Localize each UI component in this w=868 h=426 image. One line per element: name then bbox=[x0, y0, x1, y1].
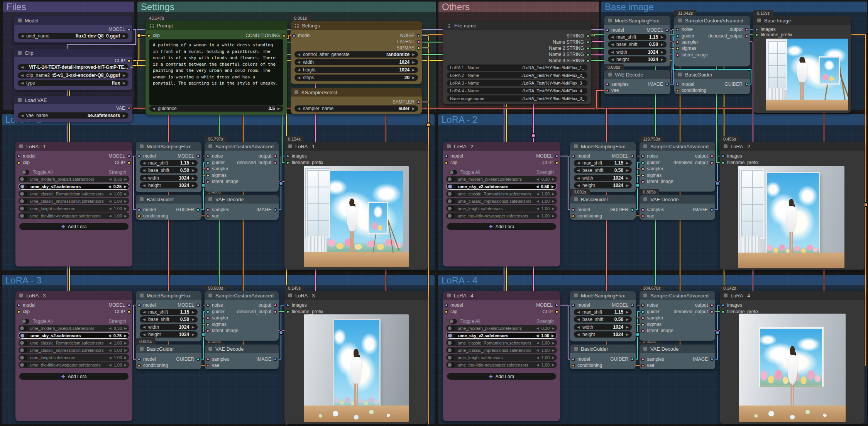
decrement-arrow-icon[interactable]: ◀ bbox=[143, 176, 146, 180]
output-slot-conditioning[interactable]: CONDITIONING bbox=[245, 32, 286, 39]
lora-row-ume_knight.safetensors[interactable]: ume_knight.safetensors◀1.00▶ bbox=[446, 354, 557, 361]
lora-row-ume_classic_Romanticism.safetensors[interactable]: ume_classic_Romanticism.safetensors◀1.00… bbox=[446, 339, 557, 346]
collapse-box-icon[interactable] bbox=[18, 19, 22, 22]
output-slot-model[interactable]: MODEL bbox=[612, 153, 634, 159]
output-slot-name-2-string[interactable]: Name 2 STRING bbox=[549, 45, 590, 51]
output-slot-string[interactable]: STRING bbox=[567, 33, 590, 39]
output-dot[interactable] bbox=[710, 208, 714, 212]
output-dot[interactable] bbox=[586, 34, 590, 38]
decrement-arrow-icon[interactable]: ◀ bbox=[611, 58, 614, 61]
increment-arrow-icon[interactable]: ▶ bbox=[552, 177, 555, 181]
decrement-arrow-icon[interactable]: ◀ bbox=[536, 326, 539, 330]
collapse-box-icon[interactable] bbox=[447, 144, 451, 148]
node-save-1[interactable]: 0.154sLoRA - 1imagesfilename_prefix bbox=[284, 142, 428, 270]
toggle-all-switch-icon[interactable] bbox=[22, 319, 29, 324]
output-dot[interactable] bbox=[282, 34, 286, 37]
input-slot-conditioning[interactable]: conditioning bbox=[137, 213, 168, 219]
output-slot-model[interactable]: MODEL bbox=[178, 153, 200, 159]
output-dot[interactable] bbox=[665, 83, 669, 86]
node-title-bar[interactable]: BasicGuider bbox=[674, 70, 750, 79]
node-title-bar[interactable]: LoRA - 3 bbox=[15, 291, 132, 300]
input-slot-sampler[interactable]: sampler bbox=[676, 39, 698, 45]
increment-arrow-icon[interactable]: ▶ bbox=[124, 356, 127, 360]
input-dot[interactable] bbox=[721, 154, 725, 158]
node-title-bar[interactable]: ModelSamplingFlux bbox=[570, 142, 636, 151]
increment-arrow-icon[interactable]: ▶ bbox=[277, 107, 280, 110]
lora-row-ume_modern_pixelart.safetensors[interactable]: ume_modern_pixelart.safetensors◀0.30▶ bbox=[446, 176, 557, 182]
output-dot[interactable] bbox=[631, 208, 634, 212]
output-slot-output[interactable]: output bbox=[259, 153, 277, 159]
collapse-box-icon[interactable] bbox=[643, 347, 647, 351]
increment-arrow-icon[interactable]: ▶ bbox=[626, 333, 629, 336]
output-slot-output[interactable]: output bbox=[730, 26, 748, 32]
input-dot[interactable] bbox=[17, 154, 20, 158]
input-dot[interactable] bbox=[206, 180, 210, 183]
widget-max_shift[interactable]: ◀max_shift1.15▶ bbox=[608, 34, 667, 40]
input-slot-model[interactable]: model bbox=[676, 81, 694, 87]
lora-row-ume_knight.safetensors[interactable]: ume_knight.safetensors◀1.00▶ bbox=[446, 205, 557, 212]
node-prompt[interactable]: 43.147sPromptclipCONDITIONINGA painting … bbox=[146, 21, 287, 115]
input-dot[interactable] bbox=[206, 310, 210, 314]
input-slot-conditioning[interactable]: conditioning bbox=[572, 362, 602, 368]
input-slot-clip[interactable]: clip bbox=[17, 309, 30, 315]
input-slot-sampler[interactable]: sampler bbox=[206, 166, 228, 172]
increment-arrow-icon[interactable]: ▶ bbox=[552, 341, 555, 345]
increment-arrow-icon[interactable]: ▶ bbox=[124, 341, 127, 345]
collapse-box-icon[interactable] bbox=[19, 144, 23, 148]
input-slot-vae[interactable]: vae bbox=[641, 362, 654, 368]
output-slot-model[interactable]: MODEL bbox=[108, 26, 131, 32]
output-slot-denoised_output[interactable]: denoised_output bbox=[673, 309, 714, 315]
input-dot[interactable] bbox=[676, 28, 679, 31]
input-slot-images[interactable]: images bbox=[286, 153, 307, 159]
input-slot-vae[interactable]: vae bbox=[206, 362, 219, 368]
decrement-arrow-icon[interactable]: ◀ bbox=[109, 363, 112, 367]
output-dot[interactable] bbox=[710, 154, 714, 158]
decrement-arrow-icon[interactable]: ◀ bbox=[536, 199, 539, 203]
increment-arrow-icon[interactable]: ▶ bbox=[412, 68, 415, 72]
output-slot-sampler[interactable]: SAMPLER bbox=[393, 99, 420, 105]
lora-row-ume_classic_impressionist.safetensors[interactable]: ume_classic_impressionist.safetensors◀1.… bbox=[446, 198, 557, 204]
node-title-bar[interactable]: LoRA - 2 bbox=[443, 142, 560, 151]
increment-arrow-icon[interactable]: ▶ bbox=[124, 177, 127, 181]
increment-arrow-icon[interactable]: ▶ bbox=[192, 176, 195, 180]
collapse-box-icon[interactable] bbox=[678, 19, 682, 22]
input-dot[interactable] bbox=[676, 41, 679, 44]
node-vae-decode-4[interactable]: 2.005sVAE DecodesamplesIMAGEvae bbox=[640, 345, 715, 369]
output-slot-model[interactable]: MODEL bbox=[536, 302, 558, 308]
widget-guidance[interactable]: ◀guidance3.5▶ bbox=[149, 105, 283, 112]
input-slot-images[interactable]: images bbox=[721, 302, 742, 308]
output-dot[interactable] bbox=[710, 310, 714, 314]
decrement-arrow-icon[interactable]: ◀ bbox=[109, 207, 112, 210]
decrement-arrow-icon[interactable]: ◀ bbox=[577, 176, 580, 180]
node-title-bar[interactable]: File name bbox=[443, 21, 591, 30]
node-lora-3[interactable]: LoRA - 3modelMODELclipCLIPToggle AllStre… bbox=[15, 291, 132, 421]
decrement-arrow-icon[interactable]: ◀ bbox=[21, 114, 24, 117]
node-title-bar[interactable]: Clip bbox=[14, 49, 132, 57]
input-slot-model[interactable]: model bbox=[445, 302, 463, 308]
collapse-box-icon[interactable] bbox=[208, 144, 212, 148]
increment-arrow-icon[interactable]: ▶ bbox=[626, 183, 629, 187]
node-title-bar[interactable]: Prompt bbox=[146, 21, 287, 30]
node-title-bar[interactable]: ModelSamplingFlux bbox=[570, 291, 636, 300]
collapse-box-icon[interactable] bbox=[643, 144, 647, 148]
output-slot-model[interactable]: MODEL bbox=[646, 27, 669, 33]
input-slot-model[interactable]: model bbox=[137, 302, 156, 308]
dot-grid-icon[interactable] bbox=[447, 24, 451, 28]
input-dot[interactable] bbox=[137, 358, 141, 361]
node-msf-3[interactable]: ModelSamplingFluxmodelMODEL◀max_shift1.1… bbox=[136, 291, 201, 341]
toggle-all-row[interactable]: Toggle AllStrength bbox=[22, 169, 126, 175]
node-msf-4[interactable]: ModelSamplingFluxmodelMODEL◀max_shift1.1… bbox=[570, 291, 636, 341]
input-slot-sigmas[interactable]: sigmas bbox=[641, 172, 662, 178]
output-dot[interactable] bbox=[127, 304, 131, 307]
input-slot-latent_image[interactable]: latent_image bbox=[641, 328, 673, 334]
input-dot[interactable] bbox=[17, 310, 20, 314]
output-slot-clip[interactable]: CLIP bbox=[115, 160, 131, 166]
input-dot[interactable] bbox=[206, 167, 210, 171]
lora-row-ume_the-little-newspaper.safetensors[interactable]: ume_the-little-newspaper.safetensors◀1.0… bbox=[19, 362, 129, 368]
decrement-arrow-icon[interactable]: ◀ bbox=[536, 363, 539, 367]
input-slot-sigmas[interactable]: sigmas bbox=[676, 45, 696, 51]
prompt-textarea[interactable]: A painting of a woman in a white dress s… bbox=[149, 39, 283, 105]
node-title-bar[interactable]: Model bbox=[14, 16, 132, 25]
input-dot[interactable] bbox=[206, 316, 210, 320]
node-sca-base[interactable]: 31.042sSamplerCustomAdvancednoiseoutputg… bbox=[674, 16, 750, 66]
